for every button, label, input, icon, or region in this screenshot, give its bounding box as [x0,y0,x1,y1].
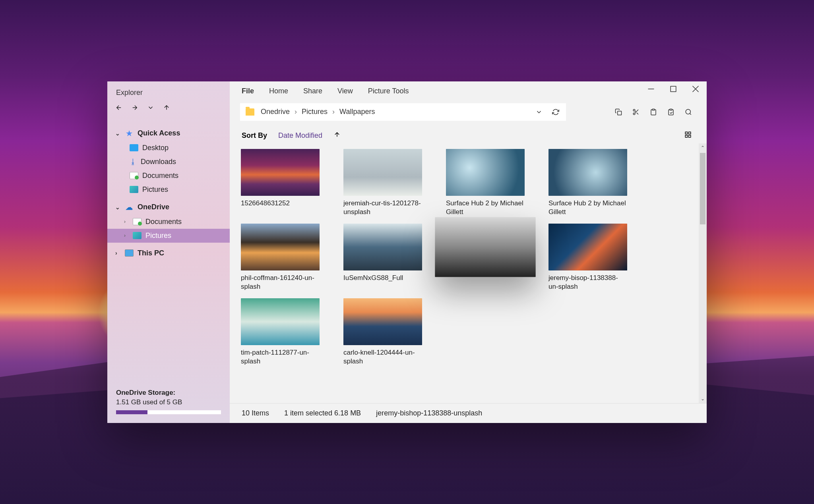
storage-text: 1.51 GB used of 5 GB [116,398,221,406]
tree-item-downloads[interactable]: ⭳ Downloads [107,155,230,169]
file-name: jeremy-bisop-1138388-un-splash [548,274,627,291]
file-thumbnail[interactable]: phil-coffman-161240-un-splash [241,224,320,291]
file-thumbnail[interactable]: jeremy-bisop-1138388-un-splash [548,224,627,291]
thumbnail-image [446,149,525,196]
search-button[interactable] [680,104,696,120]
tree-item-label: Downloads [141,158,176,166]
document-icon [130,172,138,179]
thumbnail-image [548,149,627,196]
minimize-button[interactable] [640,81,662,97]
tree-label: This PC [138,249,164,257]
svg-point-2 [633,109,635,111]
address-history-dropdown[interactable] [534,104,544,120]
sort-by-label: Sort By [242,131,267,140]
breadcrumb-separator: › [292,108,299,116]
svg-rect-0 [671,86,676,92]
scroll-thumb[interactable] [700,153,705,224]
file-name: IuSemNxGS88_Full [343,274,422,282]
file-thumbnail[interactable]: tim-patch-1112877-un-splash [241,298,320,366]
nav-up-button[interactable] [163,104,170,113]
file-name: tim-patch-1112877-un-splash [241,348,320,366]
ribbon-home[interactable]: Home [269,87,288,95]
ribbon-file[interactable]: File [242,87,254,95]
nav-forward-button[interactable] [131,104,138,113]
toolbar [606,104,696,120]
address-bar[interactable]: Onedrive › Pictures › Wallpapers [240,103,566,121]
svg-rect-7 [685,132,687,134]
ribbon-view[interactable]: View [337,87,353,95]
status-selection: 1 item selected 6.18 MB [284,409,361,417]
storage-title: OneDrive Storage: [116,389,221,397]
window-controls [640,81,707,97]
svg-rect-1 [618,111,622,115]
maximize-button[interactable] [662,81,684,97]
file-thumbnail-hovered[interactable] [446,224,525,291]
breadcrumb-separator: › [330,108,337,116]
tree-item-pictures[interactable]: Pictures [107,183,230,197]
svg-rect-5 [670,109,672,110]
file-thumbnail[interactable]: carlo-knell-1204444-un-splash [343,298,422,366]
file-thumbnail[interactable]: Surface Hub 2 by Michael Gillett [548,149,627,216]
svg-point-6 [686,109,690,114]
scroll-up-button[interactable]: ⌃ [699,143,707,152]
chevron-down-icon: ⌄ [115,204,121,210]
tree-item-desktop[interactable]: Desktop [107,141,230,155]
nav-tree: ⌄ ★ Quick Acess Desktop ⭳ Downloads Docu… [107,120,230,385]
ribbon-share[interactable]: Share [303,87,322,95]
tree-item-onedrive-documents[interactable]: › Documents [107,215,230,229]
tree-item-label: Documents [145,218,182,226]
nav-recent-dropdown[interactable] [147,104,154,113]
cut-button[interactable] [628,104,644,120]
status-bar: 10 Items 1 item selected 6.18 MB jeremy-… [230,403,707,423]
file-grid: 1526648631252 jeremiah-cur-tis-1201278-u… [241,149,696,366]
svg-rect-8 [689,132,691,134]
scroll-down-button[interactable]: ⌄ [699,394,707,403]
breadcrumb-segment[interactable]: Wallpapers [337,108,377,116]
sort-direction-button[interactable] [333,131,341,140]
sort-option[interactable]: Date Modified [278,131,322,140]
scrollbar[interactable]: ⌃ ⌄ [699,143,707,403]
document-icon [133,218,141,225]
file-thumbnail[interactable]: 1526648631252 [241,149,320,216]
ribbon-picture-tools[interactable]: Picture Tools [368,87,409,95]
chevron-right-icon: › [124,233,129,238]
storage-bar [116,410,221,414]
chevron-down-icon: ⌄ [115,130,121,137]
explorer-window: Explorer ⌄ ★ Quick Acess [107,81,707,423]
thumbnail-image [343,149,422,196]
view-grid-button[interactable] [684,131,692,140]
star-icon: ★ [125,129,134,138]
breadcrumb-segment[interactable]: Onedrive [258,108,292,116]
tree-quick-access[interactable]: ⌄ ★ Quick Acess [107,126,230,141]
thumbnail-image [343,298,422,345]
tree-item-documents[interactable]: Documents [107,169,230,183]
thumbnail-image [241,298,320,345]
status-selected-name: jeremy-bishop-1138388-unsplash [376,409,482,417]
tree-onedrive[interactable]: ⌄ ☁ OneDrive [107,200,230,215]
svg-rect-4 [652,109,655,110]
file-name: carlo-knell-1204444-un-splash [343,348,422,366]
nav-back-button[interactable] [115,104,122,113]
copy-button[interactable] [610,104,626,120]
storage-fill [116,410,147,414]
paste-shortcut-button[interactable] [663,104,679,120]
breadcrumb-segment[interactable]: Pictures [299,108,330,116]
thumbnail-image [241,149,320,196]
tree-item-onedrive-pictures[interactable]: › Pictures [107,229,230,243]
chevron-right-icon: › [124,219,129,224]
tree-item-label: Documents [142,172,178,180]
thumbnail-image [241,224,320,270]
tree-this-pc[interactable]: › This PC [107,246,230,261]
file-thumbnail[interactable]: jeremiah-cur-tis-1201278-unsplash [343,149,422,216]
file-thumbnail[interactable]: IuSemNxGS88_Full [343,224,422,291]
status-item-count: 10 Items [242,409,269,417]
cloud-icon: ☁ [125,203,134,212]
paste-button[interactable] [645,104,661,120]
tree-label: Quick Acess [138,129,180,137]
svg-rect-9 [685,135,687,137]
desktop-icon [130,144,138,151]
refresh-button[interactable] [551,104,560,120]
file-thumbnail[interactable]: Surface Hub 2 by Michael Gillett [446,149,525,216]
close-button[interactable] [684,81,707,97]
pictures-icon [133,232,141,239]
